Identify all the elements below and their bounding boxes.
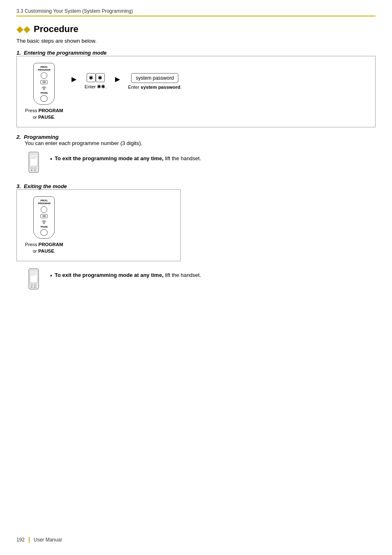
prog-label-3: PROG.PROGRAM — [38, 199, 50, 205]
section-header: 3.3 Customising Your System (System Prog… — [16, 8, 376, 16]
password-caption: Enter system password. — [128, 85, 182, 90]
phone-bottom-btn-3 — [40, 229, 48, 236]
phone-graphic-3: PROG.PROGRAM OR PAUSE — [28, 196, 60, 238]
step-2-desc: You can enter each programme number (3 d… — [25, 140, 376, 146]
svg-point-18 — [34, 286, 36, 288]
step-3-note-text: • To exit the programming mode at any ti… — [50, 268, 201, 280]
step-3: 3. Exiting the mode PROG.PROGRAM OR — [16, 183, 376, 291]
password-box: system password — [131, 73, 178, 83]
step-3-diagram: PROG.PROGRAM OR PAUSE Press PROGRA — [16, 189, 181, 261]
step-1-label: 1. Entering the programming mode — [16, 50, 376, 56]
step-3-phone: PROG.PROGRAM OR PAUSE Press PROGRA — [25, 196, 63, 254]
diamonds-icon: ◆◆ — [16, 24, 30, 35]
footer-separator — [29, 537, 30, 543]
step-1-diagram: PROG.PROGRAM OR PAUSE — [16, 56, 376, 127]
step-2-bullet: • To exit the programming mode at any ti… — [50, 154, 201, 164]
pause-label-1: PAUSE — [41, 92, 48, 94]
svg-rect-6 — [34, 167, 36, 169]
page-number: 192 — [16, 537, 25, 543]
procedure-title: Procedure — [34, 24, 78, 35]
phone-wifi-btn-3 — [41, 219, 47, 224]
step-2: 2. Programming You can enter each progra… — [16, 134, 376, 175]
pause-label-3: PAUSE — [41, 226, 48, 228]
arrow-1: ▶ — [71, 75, 76, 83]
step-1: 1. Entering the programming mode PROG.PR… — [16, 50, 376, 127]
svg-rect-16 — [34, 284, 36, 286]
star-keys: ✱ ✱ — [87, 73, 105, 82]
intro-text: The basic steps are shown below. — [16, 38, 376, 44]
svg-point-17 — [31, 286, 32, 288]
svg-point-10 — [44, 223, 44, 223]
phone-caption-1: Press PROGRAM or PAUSE. — [25, 107, 63, 120]
svg-point-7 — [31, 170, 32, 171]
star-keys-group: ✱ ✱ Enter ✱✱. — [85, 63, 107, 90]
svg-point-8 — [34, 170, 36, 171]
svg-rect-15 — [30, 284, 33, 286]
enter-star-text: Enter ✱✱. — [85, 84, 107, 90]
phone-top-btn-3 — [41, 206, 47, 213]
phone-body-1: PROG.PROGRAM OR PAUSE — [33, 63, 55, 105]
procedure-title-row: ◆◆ Procedure — [16, 24, 376, 35]
footer: 192 User Manual — [16, 537, 62, 543]
arrow-2: ▶ — [115, 75, 120, 83]
handset-icon-3 — [25, 268, 45, 292]
star-key-2: ✱ — [96, 73, 105, 82]
phone-top-btn-1 — [41, 72, 47, 79]
password-group: system password Enter system password. — [128, 63, 182, 90]
phone-wifi-btn-1 — [41, 85, 47, 90]
phone-body-3: PROG.PROGRAM OR PAUSE — [33, 196, 55, 238]
phone-or-btn-3: OR — [40, 214, 48, 218]
prog-label-1: PROG.PROGRAM — [38, 66, 50, 71]
svg-point-0 — [44, 89, 44, 90]
phone-caption-3: Press PROGRAM or PAUSE. — [25, 241, 63, 254]
phone-or-btn-1: OR — [40, 80, 48, 84]
svg-rect-5 — [30, 167, 33, 169]
handset-icon-1 — [25, 151, 45, 175]
step-1-phone: PROG.PROGRAM OR PAUSE — [25, 63, 63, 120]
footer-text: User Manual — [34, 537, 62, 543]
phone-graphic-1: PROG.PROGRAM OR PAUSE — [28, 63, 60, 105]
step-2-note-text: • To exit the programming mode at any ti… — [50, 151, 201, 164]
phone-bottom-btn-1 — [40, 95, 48, 102]
step-3-bullet: • To exit the programming mode at any ti… — [50, 271, 201, 280]
step-3-note: • To exit the programming mode at any ti… — [25, 268, 376, 292]
star-key-1: ✱ — [87, 73, 96, 82]
step-2-note: • To exit the programming mode at any ti… — [25, 151, 376, 175]
step-3-label: 3. Exiting the mode — [16, 183, 376, 189]
step-2-label: 2. Programming — [16, 134, 376, 140]
section-header-text: 3.3 Customising Your System (System Prog… — [16, 8, 133, 14]
